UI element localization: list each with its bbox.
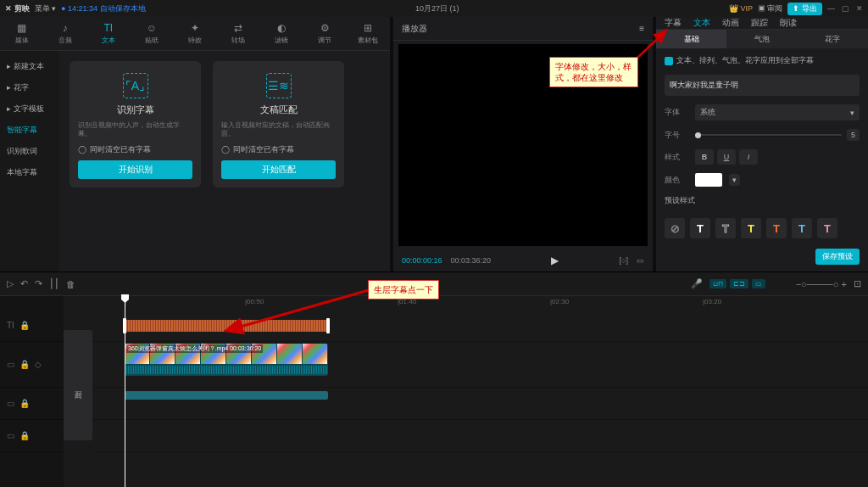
sidebar-local-subtitle[interactable]: 本地字幕 (0, 162, 59, 183)
sidebar-text-template[interactable]: ▸ 文字模板 (0, 98, 59, 120)
underline-button[interactable]: U (717, 149, 736, 165)
autosave-status: ● 14:21:34 自动保存本地 (61, 3, 145, 14)
pointer-tool[interactable]: ▷ (7, 278, 14, 289)
save-preset-button[interactable]: 保存预设 (815, 249, 860, 265)
maximize-icon[interactable]: ▢ (842, 4, 849, 13)
close-icon[interactable]: ✕ (856, 4, 863, 13)
italic-button[interactable]: I (739, 149, 758, 165)
start-recognize-button[interactable]: 开始识别 (78, 160, 192, 179)
preset-none[interactable]: ⊘ (665, 218, 685, 238)
zoom-out[interactable]: −○────○ + (796, 279, 847, 289)
undo-button[interactable]: ↶ (20, 278, 28, 289)
tab-track-props[interactable]: 跟踪 (751, 17, 768, 29)
tab-effect[interactable]: ✦特效 (173, 17, 216, 50)
size-slider[interactable] (695, 134, 842, 137)
media-tabs: ▦媒体 ♪音频 TI文本 ☺贴纸 ✦特效 ⇄转场 ◐滤镜 ⚙调节 ⊞素材包 (0, 17, 390, 51)
preset-4[interactable]: T (766, 218, 787, 238)
tab-adjust[interactable]: ⚙调节 (303, 17, 347, 50)
subtab-bubble[interactable]: 气泡 (726, 30, 797, 48)
menu-dropdown[interactable]: 菜单 ▾ (35, 3, 57, 14)
minimize-icon[interactable]: — (827, 4, 835, 13)
preset-label: 预设样式 (665, 195, 860, 206)
tab-tts[interactable]: 朗读 (780, 17, 797, 29)
clear-subtitle-checkbox-2[interactable]: ◯同时清空已有字幕 (221, 144, 336, 155)
annotation-subtitle-click: 生层字幕点一下 (368, 280, 439, 299)
color-label: 颜色 (665, 175, 688, 186)
bold-button[interactable]: B (695, 149, 714, 165)
time-ruler[interactable]: | |00:50 |01:40 |02:30 |03:20 (92, 296, 868, 310)
preview-icon[interactable]: ▭ (752, 279, 765, 288)
tab-sticker[interactable]: ☺贴纸 (130, 17, 173, 50)
card-desc: 输入音视频对应的文稿，自动匹配画面。 (221, 121, 336, 139)
fit-icon[interactable]: ⊡ (854, 278, 861, 289)
app-logo: ✕ 剪映 (5, 3, 30, 14)
split-button[interactable]: ⎮⎮ (49, 278, 59, 289)
annotation-font-edit: 字体修改，大小，样式，都在这里修改 (549, 57, 638, 87)
subtitle-text-input[interactable]: 啊大家好我是童子明 (665, 75, 860, 96)
player-panel: 播放器 ≡ 00:00:00:16 00:03:36:20 ▶ [○] ▭ (393, 17, 653, 271)
sidebar-lyrics[interactable]: 识别歌词 (0, 141, 59, 162)
scale-icon[interactable]: [○] (620, 256, 628, 265)
preset-5[interactable]: T (792, 218, 812, 238)
video-track-label[interactable]: ▭🔒◇ (0, 342, 64, 388)
project-title: 10月27日 (1) (146, 3, 729, 14)
subtitle-track[interactable] (92, 310, 868, 342)
tab-text-props[interactable]: 文本 (693, 17, 710, 29)
tab-transition[interactable]: ⇄转场 (217, 17, 260, 50)
clear-subtitle-checkbox[interactable]: ◯同时清空已有字幕 (78, 144, 192, 155)
preset-1[interactable]: T (690, 218, 710, 238)
sidebar-smart-subtitle[interactable]: 智能字幕 (0, 120, 59, 141)
tab-animation[interactable]: 动画 (722, 17, 739, 29)
vip-badge[interactable]: 👑 VIP (729, 4, 753, 13)
subtitle-track-label[interactable]: TI🔒 (0, 310, 64, 342)
size-label: 字号 (665, 130, 688, 141)
svg-line-1 (225, 290, 369, 331)
titlebar: ✕ 剪映 菜单 ▾ ● 14:21:34 自动保存本地 10月27日 (1) 👑… (0, 0, 868, 17)
recognize-icon: ⌜A⌟ (123, 73, 148, 98)
match-icon: ☰≋ (266, 73, 292, 98)
redo-button[interactable]: ↷ (35, 278, 42, 289)
mic-icon[interactable]: 🎤 (691, 278, 703, 289)
card-title: 识别字幕 (117, 104, 154, 116)
beat-track-label[interactable]: ▭🔒 (0, 420, 64, 452)
svg-line-0 (637, 31, 666, 58)
current-time: 00:00:00:16 (402, 256, 442, 265)
font-select[interactable]: 系统▾ (695, 104, 860, 120)
ratio-icon[interactable]: ▭ (637, 256, 644, 265)
play-button[interactable]: ▶ (551, 255, 559, 266)
review-button[interactable]: ▣ 审阅 (758, 3, 783, 14)
video-track[interactable]: 360浏览器弹窗真太烦怎么关闭？.mp4 00:03:36:20 (92, 342, 868, 388)
preset-2[interactable]: T (715, 218, 736, 238)
magnet-icon[interactable]: ⊔⊓ (709, 279, 726, 288)
arrow-1 (636, 27, 678, 61)
tab-text[interactable]: TI文本 (86, 17, 130, 50)
extra-track-1[interactable] (92, 388, 868, 420)
color-dropdown[interactable]: ▾ (729, 174, 740, 186)
start-match-button[interactable]: 开始匹配 (221, 160, 336, 179)
sidebar-fancy-text[interactable]: ▸ 花字 (0, 77, 59, 98)
apply-all-checkbox[interactable]: 文本、排列、气泡、花字应用到全部字幕 (665, 55, 860, 66)
properties-panel: 字幕 文本 动画 跟踪 朗读 基础 气泡 花字 文本、排列、气泡、花字应用到全部… (656, 17, 868, 271)
tab-media[interactable]: ▦媒体 (0, 17, 43, 50)
sidebar-new-text[interactable]: ▸ 新建文本 (0, 56, 59, 77)
extra-track-2[interactable] (92, 420, 868, 452)
size-value[interactable]: 5 (847, 129, 860, 141)
preset-6[interactable]: T (817, 218, 837, 238)
audio-track-label[interactable]: ▭🔒 (0, 388, 64, 420)
export-button[interactable]: ⬆ 导出 (787, 3, 822, 15)
preset-3[interactable]: T (741, 218, 761, 238)
tab-filter[interactable]: ◐滤镜 (260, 17, 303, 50)
tab-pack[interactable]: ⊞素材包 (347, 17, 390, 50)
color-picker[interactable] (695, 173, 722, 187)
text-category-sidebar: ▸ 新建文本 ▸ 花字 ▸ 文字模板 智能字幕 识别歌词 本地字幕 (0, 51, 59, 271)
playhead[interactable] (125, 296, 125, 487)
link-icon[interactable]: ⊏⊐ (730, 279, 748, 288)
cover-button[interactable]: 封面 (64, 330, 92, 440)
delete-button[interactable]: 🗑 (66, 279, 75, 289)
player-title: 播放器 (402, 23, 427, 35)
tab-audio[interactable]: ♪音频 (43, 17, 86, 50)
beat-clip[interactable] (125, 391, 328, 400)
card-title: 文稿匹配 (260, 104, 298, 116)
style-label: 样式 (665, 152, 688, 163)
subtab-fancy[interactable]: 花字 (798, 30, 868, 48)
